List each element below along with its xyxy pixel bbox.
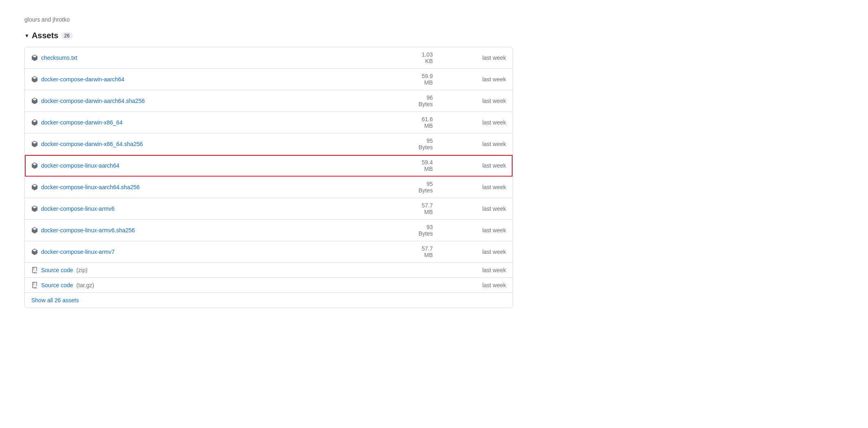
asset-name-col: docker-compose-linux-aarch64.sha256 xyxy=(31,184,416,190)
package-icon xyxy=(31,76,38,83)
contributors: glours and jhrotko xyxy=(24,16,844,23)
asset-link[interactable]: checksums.txt xyxy=(41,55,77,61)
package-icon xyxy=(31,98,38,104)
package-icon xyxy=(31,119,38,126)
asset-size: 59.9 MB xyxy=(416,73,465,86)
asset-name-col: docker-compose-linux-aarch64 xyxy=(31,162,416,169)
asset-name-col: docker-compose-darwin-aarch64 xyxy=(31,76,416,83)
asset-date: last week xyxy=(465,227,506,234)
asset-size: 95 Bytes xyxy=(416,181,465,194)
assets-title: ▼ Assets 26 xyxy=(24,31,73,40)
asset-size: 57.7 MB xyxy=(416,202,465,215)
asset-format: (zip) xyxy=(77,267,88,273)
zip-icon xyxy=(31,282,38,288)
asset-size: 59.4 MB xyxy=(416,159,465,172)
asset-size: 95 Bytes xyxy=(416,138,465,151)
show-all-row: Show all 26 assets xyxy=(25,293,513,308)
asset-name-col: docker-compose-linux-armv6 xyxy=(31,205,416,212)
asset-size: 93 Bytes xyxy=(416,224,465,237)
asset-link[interactable]: docker-compose-linux-armv6 xyxy=(41,205,115,212)
package-icon xyxy=(31,227,38,234)
triangle-icon: ▼ xyxy=(24,33,29,39)
asset-name-col: docker-compose-linux-armv7 xyxy=(31,249,416,255)
asset-row: docker-compose-darwin-x86_64 61.6 MB las… xyxy=(25,112,513,133)
asset-date: last week xyxy=(465,282,506,288)
asset-name-col: checksums.txt xyxy=(31,55,416,61)
asset-date: last week xyxy=(465,76,506,83)
asset-size: 57.7 MB xyxy=(416,245,465,258)
assets-table: checksums.txt 1.03 KB last week docker-c… xyxy=(24,47,513,308)
asset-row: docker-compose-linux-armv6 57.7 MB last … xyxy=(25,198,513,220)
asset-date: last week xyxy=(465,205,506,212)
asset-date: last week xyxy=(465,141,506,147)
asset-row: Source code (zip) last week xyxy=(25,263,513,278)
show-all-button[interactable]: Show all 26 assets xyxy=(31,297,79,304)
package-icon xyxy=(31,249,38,255)
asset-date: last week xyxy=(465,98,506,104)
package-icon xyxy=(31,162,38,169)
asset-row: docker-compose-linux-armv7 57.7 MB last … xyxy=(25,241,513,263)
asset-name-col: docker-compose-darwin-x86_64 xyxy=(31,119,416,126)
package-icon xyxy=(31,184,38,190)
asset-date: last week xyxy=(465,162,506,169)
asset-link[interactable]: docker-compose-linux-armv7 xyxy=(41,249,115,255)
asset-row: docker-compose-linux-aarch64 59.4 MB las… xyxy=(25,155,513,177)
asset-link[interactable]: docker-compose-darwin-aarch64 xyxy=(41,76,125,83)
asset-name-col: Source code (tar.gz) xyxy=(31,282,416,288)
package-icon xyxy=(31,205,38,212)
asset-size: 61.6 MB xyxy=(416,116,465,129)
asset-name-col: docker-compose-darwin-aarch64.sha256 xyxy=(31,98,416,104)
asset-row: docker-compose-darwin-aarch64.sha256 96 … xyxy=(25,90,513,112)
asset-link[interactable]: docker-compose-linux-armv6.sha256 xyxy=(41,227,135,234)
package-icon xyxy=(31,55,38,61)
asset-row: docker-compose-darwin-aarch64 59.9 MB la… xyxy=(25,69,513,90)
asset-link[interactable]: docker-compose-darwin-x86_64.sha256 xyxy=(41,141,143,147)
asset-size: 96 Bytes xyxy=(416,94,465,107)
asset-name-col: Source code (zip) xyxy=(31,267,416,273)
asset-link[interactable]: Source code xyxy=(41,282,73,288)
asset-format: (tar.gz) xyxy=(77,282,94,288)
asset-row: docker-compose-linux-aarch64.sha256 95 B… xyxy=(25,177,513,198)
assets-label: Assets xyxy=(32,31,59,40)
asset-date: last week xyxy=(465,184,506,190)
asset-date: last week xyxy=(465,267,506,273)
asset-name-col: docker-compose-linux-armv6.sha256 xyxy=(31,227,416,234)
asset-row: docker-compose-darwin-x86_64.sha256 95 B… xyxy=(25,133,513,155)
package-icon xyxy=(31,141,38,147)
asset-link[interactable]: Source code xyxy=(41,267,73,273)
asset-date: last week xyxy=(465,55,506,61)
asset-date: last week xyxy=(465,249,506,255)
asset-link[interactable]: docker-compose-darwin-x86_64 xyxy=(41,119,123,126)
asset-link[interactable]: docker-compose-linux-aarch64 xyxy=(41,162,119,169)
asset-date: last week xyxy=(465,119,506,126)
asset-size: 1.03 KB xyxy=(416,51,465,64)
asset-link[interactable]: docker-compose-linux-aarch64.sha256 xyxy=(41,184,140,190)
asset-row: docker-compose-linux-armv6.sha256 93 Byt… xyxy=(25,220,513,241)
show-all-col: Show all 26 assets xyxy=(31,297,416,304)
asset-row: Source code (tar.gz) last week xyxy=(25,278,513,293)
asset-name-col: docker-compose-darwin-x86_64.sha256 xyxy=(31,141,416,147)
zip-icon xyxy=(31,267,38,273)
asset-link[interactable]: docker-compose-darwin-aarch64.sha256 xyxy=(41,98,145,104)
assets-count-badge: 26 xyxy=(61,32,73,39)
assets-header: ▼ Assets 26 xyxy=(24,31,844,40)
asset-row: checksums.txt 1.03 KB last week xyxy=(25,47,513,69)
